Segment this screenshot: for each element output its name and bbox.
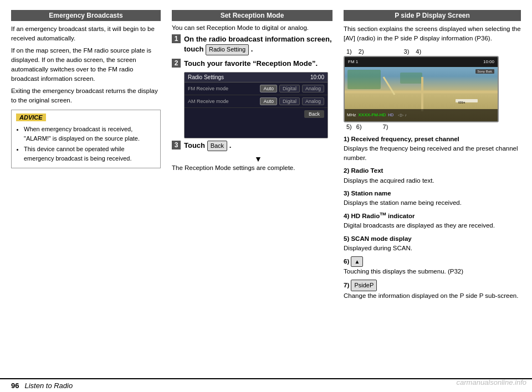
nav-fm-label: FM 1 (348, 59, 358, 64)
item-1-desc: Displays the frequency being received an… (344, 145, 518, 161)
item-6-num: 6) (344, 258, 349, 265)
pside-item-1: 1) Received frequency, preset channel Di… (344, 135, 521, 163)
rs-fm-opt-digital[interactable]: Digital (279, 85, 300, 92)
rs-fm-opt-auto[interactable]: Auto (260, 85, 277, 92)
label-3: 3) (404, 48, 410, 55)
item-5-title: SCAN mode display (351, 235, 411, 242)
nav-freq-label: MHz (347, 112, 356, 117)
rs-row-am: AM Receive mode Auto Digital Analog (185, 95, 328, 108)
step-2-row: 2 Touch your favorite “Reception Mode”. (172, 59, 332, 69)
radio-settings-screen: Radio Settings 10:00 FM Receive mode Aut… (184, 72, 328, 138)
pside-item-7: 7) PsideP Change the information display… (344, 280, 521, 301)
radio-setting-btn[interactable]: Radio Setting (206, 44, 249, 55)
nav-btn-area: Sony Butt. (475, 69, 494, 75)
item-3-desc: Displays the station name being received… (344, 199, 462, 206)
nav-station: XXXX-FM-HD (358, 112, 386, 117)
pside-items-list: 1) Received frequency, preset channel Di… (344, 135, 521, 301)
item-4-title: HD RadioTM indicator (351, 213, 415, 219)
item-7-num: 7) (344, 282, 349, 288)
pside-item-3: 3) Station name Displays the station nam… (344, 189, 521, 208)
rs-am-opt-auto[interactable]: Auto (260, 97, 277, 105)
set-reception-header: Set Reception Mode (172, 10, 332, 21)
nav-time: 10:00 (483, 59, 494, 64)
pside-item-5: 5) SCAN mode display Displayed during SC… (344, 234, 521, 254)
rs-am-options: Auto Digital Analog (260, 97, 324, 105)
step-1-after: . (251, 45, 253, 53)
rs-fm-options: Auto Digital Analog (260, 85, 324, 92)
item-4-num: 4) (344, 213, 349, 219)
label-7: 7) (383, 123, 388, 130)
item-2-desc: Displays the acquired radio text. (344, 177, 434, 184)
pside-description: This section explains the screens displa… (344, 24, 521, 44)
emergency-para-1: If an emergency broadcast starts, it wil… (11, 24, 161, 44)
rs-row-fm: FM Receive mode Auto Digital Analog (185, 82, 328, 95)
pside-item-2: 2) Radio Text Displays the acquired radi… (344, 166, 521, 185)
page-number: 96 (11, 381, 19, 390)
pside-header: P side P Display Screen (344, 10, 521, 21)
advice-list: When emergency broadcast is received, "A… (16, 125, 156, 163)
item-2-num: 2) (344, 167, 349, 174)
label-2: 2) (359, 48, 364, 55)
svg-rect-2 (400, 73, 422, 84)
triangle-btn[interactable]: ▲ (351, 256, 363, 267)
rs-back-btn[interactable]: Back (304, 110, 324, 118)
arrow-down-icon: ▼ (184, 154, 332, 163)
nav-info-bar: MHz XXXX-FM-HD HD ◁▷ ♪ (345, 109, 498, 121)
advice-header: ADVICE (16, 114, 46, 121)
complete-text: The Reception Mode settings are complete… (172, 164, 332, 171)
item-5-desc: Displayed during SCAN. (344, 245, 412, 251)
footer-title: Listen to Radio (24, 381, 73, 390)
item-2-title: Radio Text (351, 167, 383, 174)
left-column: Emergency Broadcasts If an emergency bro… (11, 10, 161, 373)
rs-title-bar: Radio Settings 10:00 (185, 73, 328, 82)
svg-text:600m: 600m (458, 101, 466, 104)
step-3-row: 3 Touch Back . (172, 141, 332, 151)
rs-fm-opt-analog[interactable]: Analog (302, 85, 324, 92)
rs-fm-label: FM Receive mode (188, 86, 260, 91)
emergency-para-3: Exiting the emergency broadcast returns … (11, 86, 161, 106)
step-1-text: On the radio broadcast information scree… (184, 34, 332, 55)
main-content: Emergency Broadcasts If an emergency bro… (0, 0, 532, 378)
item-3-title: Station name (351, 190, 391, 197)
item-1-num: 1) (344, 136, 349, 142)
rs-am-opt-digital[interactable]: Digital (279, 97, 300, 105)
advice-item-2: This device cannot be operated while eme… (24, 145, 156, 163)
step-2-text: Touch your favorite “Reception Mode”. (184, 59, 318, 69)
rs-title: Radio Settings (188, 74, 224, 80)
item-1-title: Received frequency, preset channel (351, 136, 459, 142)
step-3-text: Touch Back . (184, 141, 231, 151)
label-4: 4) (416, 48, 421, 55)
rs-back-row: Back (185, 108, 328, 120)
pside-labels-top: 1) 2) 3) 4) (344, 48, 521, 55)
step-3-after: . (229, 141, 232, 149)
item-4-desc: Digital broadcasts are displayed as they… (344, 222, 495, 229)
psidep-btn[interactable]: PsideP (351, 280, 377, 291)
svg-rect-1 (347, 70, 381, 89)
pside-item-4: 4) HD RadioTM indicator Digital broadcas… (344, 211, 521, 230)
right-column: P side P Display Screen This section exp… (344, 10, 521, 373)
item-5-num: 5) (344, 235, 349, 242)
rs-time: 10:00 (310, 74, 324, 80)
pside-nav-screen: FM 1 10:00 (344, 56, 499, 122)
step-1-row: 1 On the radio broadcast information scr… (172, 34, 332, 55)
label-5: 5) (346, 123, 352, 130)
step-3-num: 3 (172, 141, 181, 149)
nav-screen-bg: FM 1 10:00 (345, 57, 498, 121)
label-1: 1) (346, 48, 352, 55)
footer: 96 Listen to Radio (0, 378, 532, 392)
rs-am-label: AM Receive mode (188, 99, 260, 104)
page-container: Emergency Broadcasts If an emergency bro… (0, 0, 532, 392)
item-7-desc: Change the information displayed on the … (344, 292, 518, 299)
nav-top-bar: FM 1 10:00 (345, 57, 498, 67)
advice-box: ADVICE When emergency broadcast is recei… (11, 110, 161, 168)
rs-am-opt-analog[interactable]: Analog (302, 97, 324, 105)
emergency-broadcasts-header: Emergency Broadcasts (11, 10, 161, 21)
back-btn[interactable]: Back (207, 141, 227, 151)
step-3-before: Touch (184, 141, 207, 149)
step-1-num: 1 (172, 34, 181, 43)
pside-labels-bottom: 5) 6) 7) (344, 123, 521, 130)
advice-item-1: When emergency broadcast is received, "A… (24, 125, 156, 143)
set-reception-intro: You can set Reception Mode to digital or… (172, 24, 332, 31)
middle-column: Set Reception Mode You can set Reception… (172, 10, 332, 373)
item-3-num: 3) (344, 190, 349, 197)
